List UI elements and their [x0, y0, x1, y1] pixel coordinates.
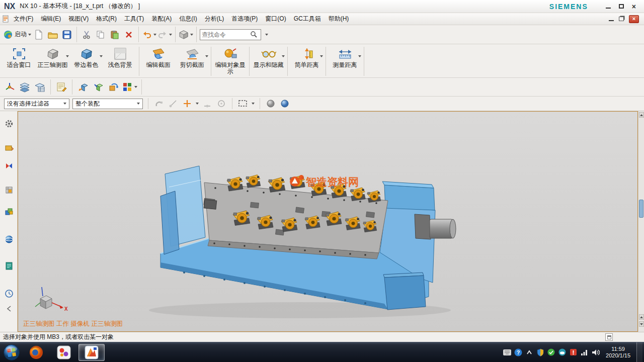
- redo-button[interactable]: [157, 28, 172, 42]
- edit-object-display-button[interactable]: 编辑对象显示: [213, 45, 247, 77]
- delete-button[interactable]: [122, 28, 135, 42]
- menu-help[interactable]: 帮助(H): [325, 13, 353, 25]
- child-minimize-button[interactable]: [609, 17, 614, 21]
- alert-red-icon[interactable]: [569, 348, 578, 356]
- menu-format[interactable]: 格式(R): [93, 13, 120, 25]
- search-icon[interactable]: [250, 31, 258, 38]
- cloud-blue-icon[interactable]: [558, 348, 567, 356]
- scroll-up2-button[interactable]: [639, 314, 644, 320]
- command-finder[interactable]: [200, 29, 261, 40]
- snap-end-button[interactable]: [168, 98, 179, 109]
- menu-analysis[interactable]: 分析(L): [201, 13, 228, 25]
- scroll-down-button[interactable]: [639, 321, 644, 327]
- status-tray-button[interactable]: [605, 333, 613, 341]
- keyboard-icon[interactable]: [503, 348, 511, 356]
- graphics-window[interactable]: 智造资料网 X 正三轴测图 工作 摄像机 正三轴测图: [18, 111, 638, 332]
- child-close-button[interactable]: ×: [629, 15, 639, 23]
- copy-button[interactable]: [94, 28, 107, 42]
- start-button[interactable]: [2, 343, 22, 361]
- highlight-on-button[interactable]: [279, 98, 290, 109]
- window-layout-button[interactable]: [122, 80, 137, 94]
- dropdown-arrow-icon[interactable]: [265, 34, 268, 36]
- taskbar-nx-button[interactable]: [78, 344, 105, 361]
- selection-scope-combo[interactable]: 整个装配: [72, 99, 143, 109]
- render-style-button[interactable]: [179, 28, 193, 42]
- start-menu-button[interactable]: 启动: [3, 28, 31, 42]
- menu-file[interactable]: 文件(F): [10, 13, 37, 25]
- minimize-button[interactable]: [606, 5, 611, 9]
- undo-button[interactable]: [142, 28, 156, 42]
- simple-distance-button[interactable]: 简单距离: [290, 45, 324, 77]
- menu-view[interactable]: 视图(V): [65, 13, 92, 25]
- selection-filter-combo[interactable]: 没有选择过滤器: [4, 99, 69, 109]
- dropdown-arrow-icon[interactable]: [358, 55, 361, 57]
- light-background-button[interactable]: 浅色背景: [103, 45, 137, 77]
- paste-button[interactable]: [108, 28, 121, 42]
- roles-gear-button[interactable]: [4, 118, 14, 129]
- new-button[interactable]: [32, 28, 45, 42]
- graphics-scene[interactable]: 智造资料网 X: [18, 112, 637, 331]
- snap-mid-button[interactable]: [202, 98, 213, 109]
- edit-section-button[interactable]: 编辑截面: [141, 45, 175, 77]
- history-palette-button[interactable]: [4, 260, 14, 271]
- web-browser-button[interactable]: [4, 234, 14, 244]
- close-button[interactable]: ×: [632, 4, 636, 10]
- marquee-select-button[interactable]: [237, 98, 249, 109]
- menu-gc-toolbox[interactable]: GC工具箱: [290, 13, 325, 25]
- dropdown-arrow-icon[interactable]: [66, 55, 69, 57]
- sync-green-icon[interactable]: [547, 348, 555, 356]
- dropdown-arrow-icon[interactable]: [205, 55, 208, 57]
- help-icon[interactable]: ?: [514, 348, 522, 356]
- menu-assembly[interactable]: 装配(A): [148, 13, 175, 25]
- snap-point-button[interactable]: [153, 98, 165, 109]
- measure-distance-button[interactable]: 测量距离: [328, 45, 362, 77]
- fit-window-button[interactable]: 适合窗口: [2, 45, 36, 77]
- child-restore-button[interactable]: [619, 17, 624, 21]
- assembly-constraints-button[interactable]: [92, 80, 105, 94]
- hidden-icons-chevron[interactable]: [525, 348, 533, 356]
- trimetric-view-button[interactable]: 正三轴测图: [36, 45, 69, 77]
- menu-preferences[interactable]: 首选项(P): [228, 13, 261, 25]
- menu-tools[interactable]: 工具(T): [121, 13, 147, 25]
- annotation-button[interactable]: [55, 80, 68, 94]
- dropdown-arrow-icon[interactable]: [196, 103, 199, 105]
- search-input[interactable]: [202, 31, 250, 38]
- dropdown-arrow-icon[interactable]: [252, 103, 255, 105]
- wave-geometry-button[interactable]: [107, 80, 120, 94]
- dropdown-arrow-icon[interactable]: [100, 55, 103, 57]
- layer-settings-button[interactable]: [18, 80, 31, 94]
- dock-collapse-button[interactable]: [4, 303, 14, 314]
- volume-icon[interactable]: [591, 348, 600, 356]
- taskbar-firefox-button[interactable]: [23, 344, 49, 361]
- assembly-navigator-button[interactable]: [4, 142, 14, 153]
- csys-button[interactable]: [3, 80, 16, 94]
- dropdown-arrow-icon[interactable]: [282, 55, 285, 57]
- scroll-up-button[interactable]: [639, 112, 644, 118]
- point-dialog-button[interactable]: [182, 98, 193, 109]
- cut-button[interactable]: [80, 28, 93, 42]
- menu-info[interactable]: 信息(I): [176, 13, 200, 25]
- taskbar-clock[interactable]: 11:59 2020/1/15: [606, 346, 630, 359]
- open-button[interactable]: [46, 28, 59, 42]
- shaded-edges-button[interactable]: 带边着色: [69, 45, 103, 77]
- dropdown-arrow-icon[interactable]: [320, 55, 323, 57]
- snap-center-button[interactable]: [216, 98, 227, 109]
- reuse-library-button[interactable]: [4, 206, 14, 216]
- save-button[interactable]: [60, 28, 73, 42]
- scrollbar-thumb[interactable]: [639, 200, 643, 218]
- history-button[interactable]: [4, 288, 14, 299]
- network-icon[interactable]: [580, 348, 589, 356]
- menu-window[interactable]: 窗口(O): [262, 13, 289, 25]
- highlight-off-button[interactable]: [265, 98, 276, 109]
- viewport-scrollbar[interactable]: [638, 111, 644, 332]
- menu-edit[interactable]: 编辑(E): [37, 13, 64, 25]
- clip-section-button[interactable]: 剪切截面: [175, 45, 209, 77]
- part-navigator-button[interactable]: [4, 185, 14, 195]
- layer-category-button[interactable]: [33, 80, 46, 94]
- show-hide-button[interactable]: 显示和隐藏: [252, 45, 285, 77]
- maximize-button[interactable]: [619, 4, 624, 9]
- security-shield-icon[interactable]: [536, 348, 544, 356]
- constraint-navigator-button[interactable]: [4, 160, 14, 171]
- move-component-button[interactable]: [76, 80, 90, 94]
- show-desktop-button[interactable]: [636, 342, 642, 362]
